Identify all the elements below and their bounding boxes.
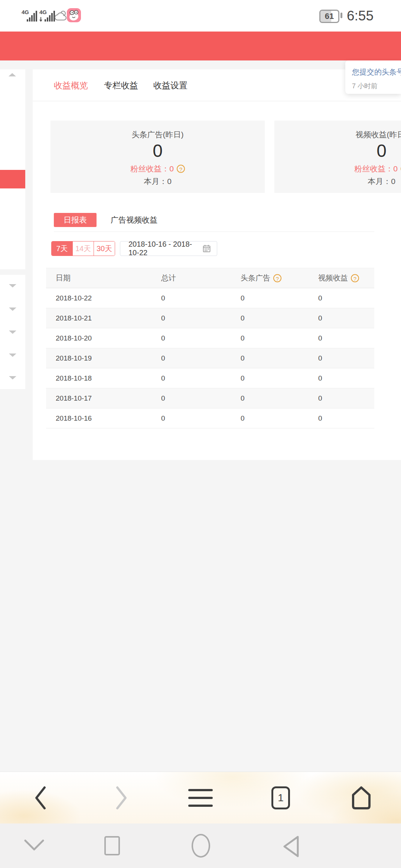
table-row: 2018-10-16 0 0 0 <box>46 408 374 428</box>
cell-ads: 0 <box>241 314 318 322</box>
cell-total: 0 <box>161 374 241 382</box>
cell-total: 0 <box>161 354 241 362</box>
app-header-banner <box>0 32 401 60</box>
browser-menu-button[interactable] <box>188 789 213 812</box>
table-row: 2018-10-19 0 0 0 <box>46 348 374 368</box>
nav-hide-keyboard-icon[interactable] <box>24 839 45 851</box>
nav-recents-button[interactable] <box>104 836 120 855</box>
summary-card-video-revenue: 视频收益(昨日) 0 粉丝收益：0 ? 本月：0 <box>274 121 401 193</box>
cell-ads: 0 <box>241 394 318 402</box>
cell-ads: 0 <box>241 294 318 302</box>
col-header-date: 日期 <box>46 273 161 283</box>
range-7d-button[interactable]: 7天 <box>52 241 72 256</box>
tab-revenue-overview[interactable]: 收益概览 <box>54 69 88 101</box>
range-30d-button[interactable]: 30天 <box>94 241 115 256</box>
notification-link[interactable]: 您提交的头条号 <box>352 67 401 77</box>
app-notification-icon <box>67 8 81 22</box>
expand-down-icon[interactable] <box>9 354 16 357</box>
month-revenue-text: 本月：0 <box>274 176 401 187</box>
browser-forward-button[interactable] <box>114 785 128 811</box>
expand-down-icon[interactable] <box>9 376 16 379</box>
expand-down-icon[interactable] <box>9 308 16 311</box>
range-14d-button[interactable]: 14天 <box>72 241 94 256</box>
sidebar-panel-top <box>0 69 25 269</box>
col-header-video-revenue: 视频收益 ? <box>318 273 374 283</box>
expand-down-icon[interactable] <box>9 284 16 287</box>
cell-date: 2018-10-21 <box>46 314 161 322</box>
help-icon[interactable]: ? <box>273 274 281 282</box>
cell-date: 2018-10-18 <box>46 374 161 382</box>
cell-video: 0 <box>318 334 374 342</box>
cell-video: 0 <box>318 294 374 302</box>
date-range-buttons: 7天 14天 30天 <box>51 241 115 256</box>
notification-toast[interactable]: 您提交的头条号 7 小时前 <box>345 60 401 94</box>
cell-ads: 0 <box>241 334 318 342</box>
cell-video: 0 <box>318 394 374 402</box>
cell-ads: 0 <box>241 374 318 382</box>
cell-ads: 0 <box>241 354 318 362</box>
table-row: 2018-10-22 0 0 0 <box>46 288 374 308</box>
phone-screen: 4G 4G <box>0 0 401 868</box>
cell-ads: 0 <box>241 414 318 423</box>
cell-video: 0 <box>318 414 374 423</box>
summary-value: 0 <box>274 141 401 161</box>
daily-report-table: 日期 总计 头条广告 ? 视频收益 ? 2018-10-22 0 0 0 201… <box>46 268 374 428</box>
cell-video: 0 <box>318 374 374 382</box>
section-divider <box>54 231 374 232</box>
summary-card-toutiao-ads: 头条广告(昨日) 0 粉丝收益：0 ? 本月：0 <box>50 121 265 193</box>
help-icon[interactable]: ? <box>177 165 185 173</box>
sidebar-panel-bottom <box>0 275 25 389</box>
cell-date: 2018-10-16 <box>46 414 161 423</box>
expand-down-icon[interactable] <box>9 331 16 334</box>
android-nav-bar <box>0 823 401 868</box>
summary-value: 0 <box>50 141 265 161</box>
svg-text:4G: 4G <box>39 9 47 15</box>
browser-tabs-button[interactable]: 1 <box>271 786 290 809</box>
fans-revenue-text: 粉丝收益：0 <box>130 164 174 174</box>
cell-total: 0 <box>161 334 241 342</box>
cell-total: 0 <box>161 414 241 423</box>
fans-revenue-line: 粉丝收益：0 ? <box>274 164 401 174</box>
cell-video: 0 <box>318 314 374 322</box>
status-bar: 4G 4G <box>0 0 401 32</box>
cell-total: 0 <box>161 314 241 322</box>
table-row: 2018-10-17 0 0 0 <box>46 388 374 408</box>
tab-column-revenue[interactable]: 专栏收益 <box>104 69 138 101</box>
table-row: 2018-10-20 0 0 0 <box>46 328 374 348</box>
daily-report-button[interactable]: 日报表 <box>54 213 97 227</box>
table-row: 2018-10-18 0 0 0 <box>46 368 374 388</box>
sidebar-item-active[interactable] <box>0 170 25 188</box>
calendar-icon <box>202 244 211 253</box>
revenue-panel: 收益概览 专栏收益 收益设置 头条广告(昨日) 0 粉丝收益：0 ? 本月：0 … <box>33 69 401 460</box>
battery-percent: 61 <box>320 11 338 22</box>
collapse-up-icon[interactable] <box>9 73 16 76</box>
browser-toolbar: 1 <box>0 772 401 823</box>
cell-date: 2018-10-17 <box>46 394 161 402</box>
nav-home-button[interactable] <box>192 834 210 858</box>
battery-tip <box>340 13 342 18</box>
date-range-picker[interactable]: 2018-10-16 - 2018-10-22 <box>120 241 217 256</box>
cell-total: 0 <box>161 294 241 302</box>
fans-revenue-line: 粉丝收益：0 ? <box>50 164 265 174</box>
ad-video-revenue-tab[interactable]: 广告视频收益 <box>111 213 157 227</box>
tab-revenue-settings[interactable]: 收益设置 <box>153 69 188 101</box>
col-header-total: 总计 <box>161 273 241 283</box>
help-icon[interactable]: ? <box>351 274 359 282</box>
nav-back-button[interactable] <box>281 835 300 858</box>
col-header-toutiao-ads: 头条广告 ? <box>241 273 318 283</box>
summary-title: 视频收益(昨日) <box>274 129 401 140</box>
date-range-value: 2018-10-16 - 2018-10-22 <box>128 240 202 257</box>
weather-icon <box>54 10 68 22</box>
cell-date: 2018-10-22 <box>46 294 161 302</box>
table-row: 2018-10-21 0 0 0 <box>46 308 374 328</box>
browser-home-button[interactable] <box>351 785 372 811</box>
summary-title: 头条广告(昨日) <box>50 129 265 140</box>
browser-back-button[interactable] <box>33 785 48 811</box>
cell-total: 0 <box>161 394 241 402</box>
clock: 6:55 <box>347 8 374 24</box>
cell-date: 2018-10-19 <box>46 354 161 362</box>
month-revenue-text: 本月：0 <box>50 176 265 187</box>
signal-icon-sim1: 4G <box>22 8 39 23</box>
cell-date: 2018-10-20 <box>46 334 161 342</box>
cell-video: 0 <box>318 354 374 362</box>
